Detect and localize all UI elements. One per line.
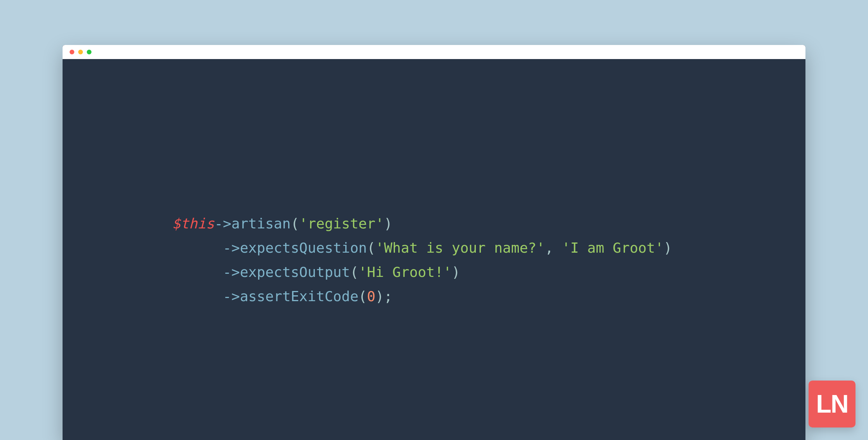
token-close-paren: ) xyxy=(384,216,393,232)
token-arrow: -> xyxy=(223,240,240,256)
token-open-paren: ( xyxy=(367,240,376,256)
window-titlebar xyxy=(63,45,805,59)
token-string: 'What is your name?' xyxy=(375,240,545,256)
code-editor: $this->artisan('register') ->expectsQues… xyxy=(63,59,805,440)
minimize-icon[interactable] xyxy=(78,50,83,54)
token-method: assertExitCode xyxy=(240,288,358,304)
zoom-icon[interactable] xyxy=(87,50,91,54)
token-indent xyxy=(172,288,223,304)
token-comma: , xyxy=(545,240,562,256)
token-open-paren: ( xyxy=(350,264,359,280)
token-indent xyxy=(172,240,223,256)
close-icon[interactable] xyxy=(70,50,74,54)
token-method: artisan xyxy=(231,216,291,232)
token-close-paren: ) xyxy=(375,288,384,304)
token-string: 'I am Groot' xyxy=(562,240,664,256)
token-indent xyxy=(172,264,223,280)
token-arrow: -> xyxy=(223,264,240,280)
code-block: $this->artisan('register') ->expectsQues… xyxy=(172,212,805,309)
token-semicolon: ; xyxy=(384,288,393,304)
token-var-this: this xyxy=(181,216,215,232)
token-open-paren: ( xyxy=(359,288,367,304)
token-number: 0 xyxy=(367,288,376,304)
logo-badge: LN xyxy=(809,381,855,427)
token-arrow: -> xyxy=(214,216,231,232)
token-method: expectsQuestion xyxy=(240,240,367,256)
editor-window: $this->artisan('register') ->expectsQues… xyxy=(63,45,805,440)
token-string: 'register' xyxy=(299,216,384,232)
token-arrow: -> xyxy=(223,288,240,304)
token-open-paren: ( xyxy=(291,216,299,232)
token-var-dollar: $ xyxy=(172,216,181,232)
token-close-paren: ) xyxy=(452,264,460,280)
token-method: expectsOutput xyxy=(240,264,350,280)
logo-text: LN xyxy=(816,392,848,417)
token-close-paren: ) xyxy=(664,240,672,256)
token-string: 'Hi Groot!' xyxy=(359,264,452,280)
